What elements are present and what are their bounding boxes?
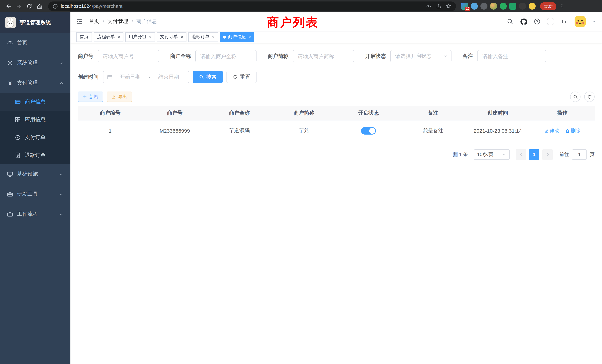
toggle-search-icon[interactable]: [570, 92, 580, 102]
browser-extension-icon[interactable]: [471, 3, 478, 10]
caret-down-icon: [502, 152, 506, 156]
browser-extension-icon[interactable]: [509, 3, 516, 10]
date-end-placeholder[interactable]: 结束日期: [152, 74, 185, 80]
col-merchant-id: 商户编号: [78, 106, 142, 120]
sidebar-item-dev-tools[interactable]: 研发工具: [0, 184, 70, 204]
close-icon[interactable]: ×: [181, 35, 183, 39]
sidebar-item-home[interactable]: 首页: [0, 33, 70, 53]
reload-icon[interactable]: [24, 1, 34, 11]
date-start-placeholder[interactable]: 开始日期: [114, 74, 146, 80]
table-header-row: 商户编号 商户号 商户全称 商户简称 开启状态 备注 创建时间 操作: [78, 106, 595, 120]
filter-row-2: 创建时间 开始日期 - 结束日期 搜索: [78, 71, 595, 83]
next-page-button[interactable]: [542, 149, 553, 160]
sidebar-item-merchant-info[interactable]: 商户信息: [0, 93, 70, 111]
page-number-button[interactable]: 1: [529, 149, 539, 160]
sidebar-item-payment[interactable]: ¥ 支付管理: [0, 73, 70, 93]
breadcrumb-section[interactable]: 支付管理: [108, 18, 128, 25]
search-button[interactable]: 搜索: [193, 71, 223, 83]
share-icon[interactable]: [436, 3, 441, 9]
merchant-no-input[interactable]: [98, 50, 159, 62]
tab-user-group[interactable]: 用户分组×: [125, 32, 155, 42]
info-icon[interactable]: [53, 3, 58, 9]
col-merchant-no: 商户号: [142, 106, 207, 120]
credit-card-icon: [15, 99, 21, 105]
screen: localhost:1024/pay/merchant 10: [0, 0, 602, 364]
tab-merchant-info[interactable]: 商户信息×: [220, 32, 254, 42]
reset-button[interactable]: 重置: [226, 71, 257, 83]
sidebar-item-workflow[interactable]: 工作流程: [0, 204, 70, 224]
status-select[interactable]: 请选择开启状态: [390, 50, 452, 62]
sidebar-collapse-icon[interactable]: [70, 12, 89, 31]
browser-update-button[interactable]: 更新: [540, 2, 556, 10]
cell-merchant-id: 1: [78, 120, 142, 142]
github-icon[interactable]: [520, 18, 527, 25]
tab-process-form[interactable]: 流程表单×: [94, 32, 123, 42]
remark-label: 备注: [463, 53, 473, 60]
browser-extension-icon[interactable]: [529, 3, 536, 10]
sidebar-item-system[interactable]: 系统管理: [0, 53, 70, 73]
cell-status: [336, 120, 401, 142]
sidebar-item-app-info[interactable]: 应用信息: [0, 111, 70, 129]
chevron-down-icon: [59, 61, 63, 65]
full-name-input[interactable]: [195, 50, 257, 62]
search-icon[interactable]: [507, 18, 513, 25]
user-avatar[interactable]: [575, 16, 586, 27]
date-range-picker[interactable]: 开始日期 - 结束日期: [103, 71, 189, 83]
tab-pay-order[interactable]: 支付订单×: [157, 32, 186, 42]
sidebar-item-infrastructure[interactable]: 基础设施: [0, 164, 70, 184]
edit-link[interactable]: 修改: [544, 128, 559, 134]
address-bar[interactable]: localhost:1024/pay/merchant: [48, 1, 456, 11]
help-icon[interactable]: [534, 18, 540, 25]
sidebar-item-pay-order[interactable]: 支付订单: [0, 129, 70, 146]
svg-text:T: T: [565, 20, 567, 24]
browser-extension-icon[interactable]: [500, 3, 507, 10]
browser-extension-icon[interactable]: [490, 3, 497, 10]
close-icon[interactable]: ×: [248, 35, 251, 39]
grid-icon: [15, 117, 21, 123]
browser-extension-icon[interactable]: [480, 3, 487, 10]
refresh-icon[interactable]: [584, 92, 595, 102]
browser-extension-icon[interactable]: 10: [461, 3, 468, 10]
merchant-no-label: 商户号: [78, 53, 93, 60]
goto-page-input[interactable]: [572, 149, 587, 160]
fullscreen-icon[interactable]: [547, 18, 554, 25]
kebab-menu-icon[interactable]: [557, 1, 567, 11]
document-icon: [15, 152, 21, 158]
col-short-name: 商户简称: [272, 106, 336, 120]
tab-home[interactable]: 首页: [76, 32, 92, 42]
star-icon[interactable]: [446, 3, 452, 9]
close-icon[interactable]: ×: [212, 35, 215, 39]
pagination: 共 1 条 10条/页 1 前往: [78, 149, 595, 160]
payment-submenu: 商户信息 应用信息 支付订单: [0, 93, 70, 164]
dashboard-icon: [7, 40, 13, 46]
delete-link[interactable]: 删除: [565, 128, 580, 134]
caret-down-icon[interactable]: [592, 20, 596, 23]
table-toolbar: 新增 导出: [78, 92, 595, 102]
key-icon[interactable]: [426, 3, 431, 9]
short-name-input[interactable]: [293, 50, 354, 62]
col-status: 开启状态: [336, 106, 401, 120]
remark-input[interactable]: [477, 50, 546, 62]
full-name-label: 商户全称: [170, 53, 191, 60]
merchant-table: 商户编号 商户号 商户全称 商户简称 开启状态 备注 创建时间 操作 1: [78, 106, 595, 142]
font-size-icon[interactable]: TT: [560, 18, 568, 25]
add-button[interactable]: 新增: [78, 92, 103, 102]
close-icon[interactable]: ×: [149, 35, 152, 39]
top-navbar: 首页 / 支付管理 / 商户信息 商户列表: [70, 12, 602, 31]
sidebar-item-refund-order[interactable]: 退款订单: [0, 146, 70, 164]
page-size-select[interactable]: 10条/页: [474, 149, 510, 160]
close-icon[interactable]: ×: [118, 35, 120, 39]
navbar-actions: TT: [507, 16, 596, 27]
browser-extension-icon[interactable]: [519, 3, 526, 10]
prev-page-button[interactable]: [516, 149, 526, 160]
cell-actions: 修改 删除: [530, 120, 595, 142]
forward-icon[interactable]: [14, 1, 24, 11]
back-icon[interactable]: [4, 1, 13, 11]
home-icon[interactable]: [35, 1, 44, 11]
breadcrumb-home[interactable]: 首页: [89, 18, 99, 25]
goto-unit: 页: [590, 151, 595, 158]
export-button[interactable]: 导出: [107, 92, 132, 102]
status-toggle[interactable]: [361, 127, 376, 135]
tab-refund-order[interactable]: 退款订单×: [188, 32, 218, 42]
app-logo[interactable]: 芋道管理系统: [0, 12, 70, 33]
